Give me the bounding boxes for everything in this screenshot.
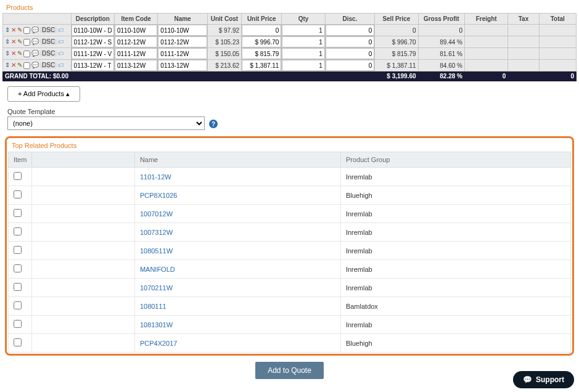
support-button[interactable]: 💬 Support [513,371,574,388]
col-unit-price[interactable]: Unit Price [242,14,282,25]
cell-item-code[interactable] [115,25,157,36]
cell-unit-price[interactable] [242,48,281,59]
related-group: Bluehigh [340,186,570,205]
tag-icon[interactable]: 🏷 [58,62,64,68]
related-name-link[interactable]: 1007312W [140,229,173,236]
col-qty[interactable]: Qty [282,14,325,25]
related-name-link[interactable]: PCP4X2017 [140,340,178,347]
cell-item-code[interactable] [115,60,157,71]
cell-name[interactable] [158,60,207,71]
dsc-tag[interactable]: DSC [40,51,57,57]
drag-icon[interactable]: ⇕ [5,51,10,57]
col-freight[interactable]: Freight [464,14,507,25]
edit-icon[interactable]: ✎ [17,62,22,68]
related-checkbox[interactable] [14,264,22,272]
cell-unit-price[interactable] [242,36,281,47]
tag-icon[interactable]: 🏷 [58,27,64,33]
related-name-link[interactable]: 1081301W [140,321,173,329]
related-checkbox[interactable] [14,190,22,198]
cell-qty[interactable] [282,36,324,47]
comment-icon[interactable]: 💬 [31,62,39,68]
tag-icon[interactable]: 🏷 [58,51,64,57]
cell-disc[interactable] [326,36,374,47]
related-checkbox[interactable] [14,246,22,254]
cell-description[interactable] [72,60,114,71]
row-checkbox[interactable] [23,62,30,69]
col-disc[interactable]: Disc. [325,14,374,25]
related-checkbox[interactable] [14,209,22,217]
related-checkbox[interactable] [14,172,22,180]
cell-name[interactable] [158,25,207,36]
related-name-link[interactable]: 1101-12W [140,173,171,181]
row-checkbox[interactable] [23,39,30,46]
col-description[interactable]: Description [71,14,114,25]
cell-description[interactable] [72,36,114,47]
cell-disc[interactable] [326,60,374,71]
related-name-link[interactable]: 1080111 [140,303,166,310]
related-name-link[interactable]: MANIFOLD [140,266,175,273]
related-row: 1007312WInremlab [9,223,571,242]
tag-icon[interactable]: 🏷 [58,39,64,45]
help-icon[interactable]: ? [209,120,218,128]
related-name-link[interactable]: 1080511W [140,247,173,255]
cell-item-code[interactable] [115,36,157,47]
col-item-label[interactable]: Item [9,152,32,168]
related-checkbox[interactable] [14,338,22,346]
col-gross-profit[interactable]: Gross Profit [418,14,464,25]
cell-description[interactable] [72,25,114,36]
related-name-link[interactable]: 1070211W [140,284,173,292]
cell-unit-price[interactable] [242,60,281,71]
cell-qty[interactable] [282,48,324,59]
col-total[interactable]: Total [539,14,576,25]
delete-icon[interactable]: ✕ [11,27,16,33]
quote-template-select[interactable]: (none) [7,116,205,130]
drag-icon[interactable]: ⇕ [5,62,10,68]
delete-icon[interactable]: ✕ [11,39,16,45]
cell-disc[interactable] [326,48,374,59]
cell-description[interactable] [72,48,114,59]
cell-name[interactable] [158,36,207,47]
col-unit-cost[interactable]: Unit Cost [207,14,241,25]
add-products-button[interactable]: + Add Products ▴ [7,86,80,102]
row-checkbox[interactable] [23,27,30,34]
col-item-code[interactable]: Item Code [114,14,157,25]
related-name-link[interactable]: PCP8X1026 [140,192,178,199]
grand-freight: 0 [464,71,507,81]
row-checkbox[interactable] [23,51,30,57]
delete-icon[interactable]: ✕ [11,51,16,57]
related-group: Inremlab [340,260,570,279]
dsc-tag[interactable]: DSC [40,62,57,68]
cell-unit-price[interactable] [242,25,281,36]
related-row: 1080111Bamlatdox [9,297,571,316]
cell-qty[interactable] [282,25,324,36]
cell-qty[interactable] [282,60,324,71]
edit-icon[interactable]: ✎ [17,27,22,33]
add-to-quote-button[interactable]: Add to Quote [255,362,324,379]
related-checkbox[interactable] [14,227,22,235]
col-tax[interactable]: Tax [508,14,539,25]
related-group: Bluehigh [340,334,570,353]
comment-icon[interactable]: 💬 [31,27,39,33]
related-name-link[interactable]: 1007012W [140,210,173,218]
cell-item-code[interactable] [115,48,157,59]
cell-name[interactable] [158,48,207,59]
product-row: ⇕✕✎💬DSC🏷$ 213.62$ 1,387.1184.60 % [3,60,577,71]
edit-icon[interactable]: ✎ [17,51,22,57]
col-name-label[interactable]: Name [134,152,340,168]
related-checkbox[interactable] [14,320,22,328]
edit-icon[interactable]: ✎ [17,39,22,45]
related-checkbox[interactable] [14,301,22,309]
col-group-label[interactable]: Product Group [340,152,570,168]
comment-icon[interactable]: 💬 [31,39,39,45]
drag-icon[interactable]: ⇕ [5,27,10,33]
related-checkbox[interactable] [14,283,22,291]
dsc-tag[interactable]: DSC [40,39,57,45]
cell-disc[interactable] [326,25,374,36]
col-sell-price[interactable]: Sell Price [375,14,418,25]
drag-icon[interactable]: ⇕ [5,39,10,45]
col-name[interactable]: Name [158,14,207,25]
delete-icon[interactable]: ✕ [11,62,16,68]
comment-icon[interactable]: 💬 [31,51,39,57]
related-row: PCP4X2017Bluehigh [9,334,571,353]
dsc-tag[interactable]: DSC [40,27,57,33]
